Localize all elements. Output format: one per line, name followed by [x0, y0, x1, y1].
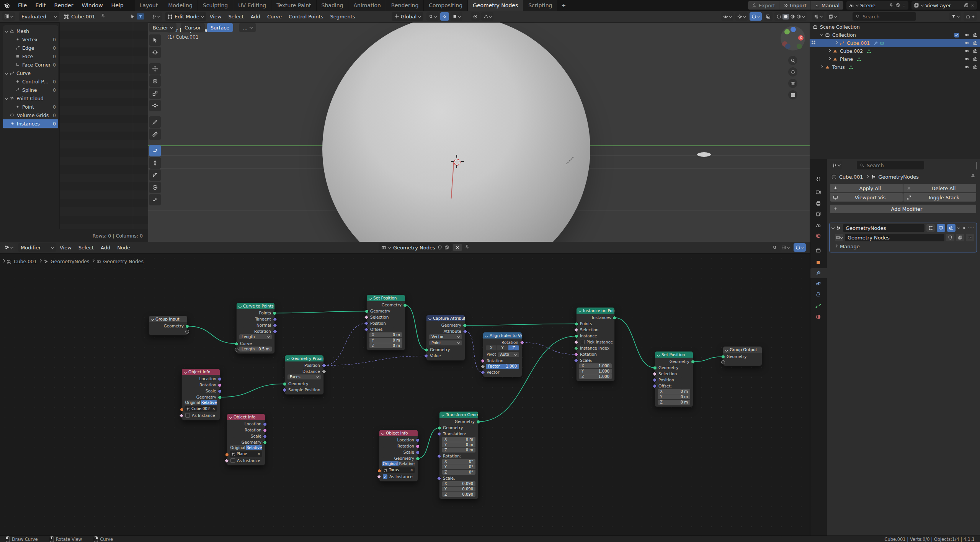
node-field-length[interactable]: Length0.5 m: [239, 347, 272, 352]
solid-shading-active[interactable]: [782, 14, 789, 20]
tool-cursor-button[interactable]: [149, 47, 161, 58]
hide-eye-icon[interactable]: [964, 57, 969, 62]
node-set-position-1[interactable]: Set PositionGeometryGeometrySelectionPos…: [366, 295, 405, 350]
viewlayer-selector[interactable]: ViewLayer: [911, 1, 977, 10]
properties-tab-constraints[interactable]: [810, 289, 827, 299]
fake-user-toggle[interactable]: [946, 234, 954, 241]
camera-view-button[interactable]: [788, 79, 797, 88]
menu-edit[interactable]: Edit: [31, 0, 50, 11]
magnet-icon[interactable]: [772, 245, 777, 250]
socket-geometry[interactable]: [463, 324, 467, 327]
node-menu-view[interactable]: View: [56, 242, 75, 253]
hide-eye-icon[interactable]: [964, 65, 969, 70]
dataset-row-spline[interactable]: Spline0: [3, 86, 58, 94]
socket-object[interactable]: [225, 453, 229, 457]
socket-geometry[interactable]: [218, 396, 222, 399]
dataset-row-point[interactable]: Point0: [3, 103, 58, 111]
pan-button[interactable]: [788, 67, 797, 76]
workspace-tab-scripting[interactable]: Scripting: [523, 0, 557, 11]
socket-geometry[interactable]: [403, 303, 407, 307]
workspace-tab-modeling[interactable]: Modeling: [163, 0, 198, 11]
outliner-display-mode[interactable]: [812, 12, 824, 21]
outliner-row-torus[interactable]: Torus: [810, 63, 980, 71]
menu-render[interactable]: Render: [50, 0, 78, 11]
socket-location[interactable]: [416, 438, 420, 442]
socket-geometry[interactable]: [185, 324, 189, 328]
tool-tilt-button[interactable]: [149, 169, 161, 181]
pin-icon[interactable]: [465, 244, 470, 249]
render-display-toggle[interactable]: [947, 224, 956, 232]
node-instance-on-points[interactable]: Instance on PointsInstancesPointsSelecti…: [576, 307, 615, 381]
mode-dropdown[interactable]: Edit Mode: [165, 12, 206, 21]
scene-selector[interactable]: Scene: [846, 1, 908, 10]
node-field-z[interactable]: Z1.000: [579, 374, 612, 379]
snap-toggle[interactable]: [440, 12, 449, 21]
cursor-button[interactable]: Cursor: [181, 23, 205, 32]
viewport-menu-curve[interactable]: Curve: [264, 11, 285, 22]
properties-tab-view-layer[interactable]: [810, 209, 827, 219]
tool-randomize-button[interactable]: [149, 194, 161, 205]
copy-node-tree-button[interactable]: [956, 234, 964, 241]
socket-object[interactable]: [377, 469, 381, 473]
ortho-toggle-button[interactable]: [788, 90, 797, 99]
hide-eye-icon[interactable]: [964, 49, 969, 54]
properties-tab-object-data[interactable]: [810, 301, 827, 311]
node-slider-factor[interactable]: Factor1.000: [486, 364, 519, 369]
socket-object[interactable]: [180, 408, 184, 412]
curve-type-dropdown[interactable]: Bézier: [149, 23, 176, 32]
tool-rotate-button[interactable]: [149, 75, 161, 87]
properties-tab-physics[interactable]: [810, 278, 827, 288]
disable-render-icon[interactable]: [973, 57, 978, 62]
node-dropdown-faces[interactable]: Faces: [287, 374, 321, 379]
tool-radius-button[interactable]: [149, 182, 161, 193]
node-field-x[interactable]: X0 m: [658, 389, 690, 394]
blender-logo-icon[interactable]: [4, 2, 11, 9]
rendered-shading-icon[interactable]: [796, 14, 801, 19]
socket-rotation[interactable]: [263, 428, 267, 432]
node-field-y[interactable]: Y0 m: [658, 394, 690, 399]
viewport-vis-button[interactable]: Viewport Vis: [830, 193, 903, 202]
expand-icon[interactable]: [5, 96, 8, 99]
dataset-dropdown[interactable]: Evaluated: [19, 12, 59, 21]
virtual-socket[interactable]: [721, 360, 725, 364]
viewport-menu-add[interactable]: Add: [247, 11, 264, 22]
expand-icon[interactable]: [5, 29, 8, 32]
socket-geometry[interactable]: [476, 420, 480, 424]
workspace-tab-rendering[interactable]: Rendering: [386, 0, 424, 11]
node-tree-browse[interactable]: [835, 234, 843, 241]
socket-geometry[interactable]: [283, 382, 287, 386]
properties-tab-render[interactable]: [810, 187, 827, 197]
socket-instances[interactable]: [612, 316, 616, 320]
pin-icon[interactable]: [970, 174, 975, 179]
pin-icon[interactable]: [101, 13, 106, 18]
workspace-tab-texture-paint[interactable]: Texture Paint: [271, 0, 316, 11]
object-field-torus[interactable]: Torus✕: [382, 467, 415, 473]
node-field-y[interactable]: Y0 m: [369, 338, 402, 343]
socket-instance[interactable]: [575, 334, 578, 338]
node-menu-add[interactable]: Add: [97, 242, 114, 253]
selection-filter-icon[interactable]: [130, 14, 135, 19]
dataset-row-edge[interactable]: Edge0: [3, 44, 58, 52]
zoom-button[interactable]: [788, 56, 797, 65]
node-object-info-1[interactable]: Object InfoLocationRotationScaleGeometry…: [181, 368, 220, 420]
dataset-row-instances[interactable]: Instances0: [3, 119, 58, 128]
hide-eye-icon[interactable]: [964, 41, 969, 46]
modifier-name-field[interactable]: GeometryNodes: [843, 224, 924, 232]
falloff-dropdown[interactable]: [481, 12, 493, 21]
snap-dropdown[interactable]: [426, 12, 439, 21]
tool-scale-button[interactable]: [149, 88, 161, 99]
properties-tab-object[interactable]: [810, 257, 827, 267]
viewport-canvas[interactable]: [148, 22, 810, 242]
unlink-scene-icon[interactable]: [902, 3, 906, 8]
node-group-input[interactable]: Group InputGeometry: [149, 316, 188, 335]
node-field-z[interactable]: Z0°: [442, 470, 475, 475]
remove-viewlayer-icon[interactable]: [970, 3, 975, 8]
new-viewlayer-icon[interactable]: [964, 3, 969, 8]
edit-mode-display-toggle[interactable]: [926, 224, 935, 232]
dataset-row-control-point[interactable]: Control Point0: [3, 77, 58, 86]
node-menu-select[interactable]: Select: [75, 242, 97, 253]
checkbox-as-instance[interactable]: [230, 458, 235, 463]
xray-toggle[interactable]: [764, 12, 773, 21]
geometry-node-editor[interactable]: ModifierViewSelectAddNodeGeometry NodesC…: [0, 242, 810, 535]
socket-curve[interactable]: [235, 342, 238, 346]
